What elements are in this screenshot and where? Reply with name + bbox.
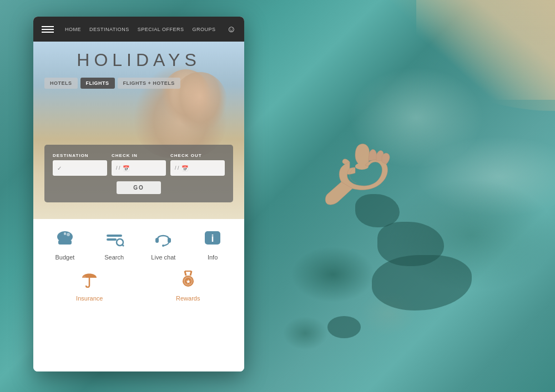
- svg-text:i: i: [211, 233, 214, 244]
- svg-point-10: [162, 245, 164, 247]
- nav-special-offers[interactable]: SPECIAL OFFERS: [138, 27, 184, 32]
- calendar-icon: 📅: [181, 165, 188, 171]
- budget-icon: [55, 230, 75, 251]
- umbrella-icon: [79, 269, 99, 292]
- nav-destinations[interactable]: DESTINATIONS: [89, 27, 129, 32]
- info-label: Info: [208, 254, 218, 261]
- feature-rewards[interactable]: ★ Rewards: [176, 269, 200, 302]
- svg-rect-3: [64, 232, 66, 235]
- hamburger-menu[interactable]: [42, 26, 54, 33]
- svg-rect-4: [107, 235, 122, 237]
- svg-rect-9: [168, 238, 171, 243]
- hero-person-2: [172, 72, 228, 133]
- features-row-1: Budget Search: [42, 230, 236, 261]
- feature-info[interactable]: i Info: [189, 230, 236, 261]
- tab-flights-hotels[interactable]: FLIGHTS + HOTELS: [118, 78, 180, 89]
- checkin-label: CHECK IN: [112, 153, 166, 158]
- svg-line-16: [185, 271, 186, 276]
- feature-livechat[interactable]: Live chat: [140, 230, 187, 261]
- hero-section: HOLIDAYS HOTELS FLIGHTS FLIGHTS + HOTELS…: [33, 42, 244, 219]
- tab-hotels[interactable]: HOTELS: [44, 78, 78, 89]
- svg-point-2: [67, 233, 70, 236]
- date-separator: / /: [175, 165, 179, 171]
- search-fields: DESTINATION ✓ CHECK IN / / 📅 CHECK OUT /: [53, 153, 225, 176]
- water-patch: [355, 194, 400, 227]
- search-icon: [104, 230, 124, 251]
- svg-line-17: [190, 271, 191, 276]
- medal-icon: ★: [178, 269, 198, 292]
- nav-links: HOME DESTINATIONS SPECIAL OFFERS GROUPS: [65, 27, 216, 32]
- checkmark-icon: ✓: [57, 165, 62, 171]
- svg-text:★: ★: [186, 279, 191, 284]
- sand-area: [416, 0, 555, 100]
- feature-search[interactable]: Search: [91, 230, 138, 261]
- search-tabs: HOTELS FLIGHTS FLIGHTS + HOTELS: [44, 78, 180, 89]
- svg-rect-8: [155, 238, 159, 243]
- phone-mockup: HOME DESTINATIONS SPECIAL OFFERS GROUPS …: [33, 17, 244, 371]
- nav-groups[interactable]: GROUPS: [193, 27, 216, 32]
- destination-field: DESTINATION ✓: [53, 153, 107, 176]
- destination-label: DESTINATION: [53, 153, 107, 158]
- destination-input[interactable]: ✓: [53, 160, 107, 176]
- checkout-field: CHECK OUT / / 📅: [170, 153, 225, 176]
- search-form: DESTINATION ✓ CHECK IN / / 📅 CHECK OUT /: [44, 145, 233, 202]
- page-title: HOLIDAYS: [33, 50, 244, 70]
- go-button[interactable]: GO: [117, 181, 161, 194]
- feature-insurance[interactable]: Insurance: [76, 269, 103, 302]
- calendar-icon: 📅: [123, 165, 129, 171]
- checkout-input[interactable]: / / 📅: [170, 160, 225, 176]
- checkout-label: CHECK OUT: [170, 153, 225, 158]
- profile-icon[interactable]: ☺: [227, 24, 236, 34]
- date-separator: / /: [116, 165, 120, 171]
- headset-icon: [153, 230, 173, 251]
- rewards-label: Rewards: [176, 295, 200, 302]
- svg-rect-1: [58, 240, 72, 245]
- info-icon: i: [203, 230, 223, 251]
- checkin-input[interactable]: / / 📅: [112, 160, 166, 176]
- tab-flights[interactable]: FLIGHTS: [80, 78, 115, 89]
- livechat-label: Live chat: [151, 254, 175, 261]
- svg-rect-5: [107, 238, 117, 241]
- water-patch: [372, 255, 472, 310]
- nav-bar: HOME DESTINATIONS SPECIAL OFFERS GROUPS …: [33, 17, 244, 42]
- feature-budget[interactable]: Budget: [42, 230, 88, 261]
- search-label: Search: [104, 254, 124, 261]
- svg-line-7: [122, 245, 124, 246]
- water-patch: [327, 316, 361, 338]
- features-section: Budget Search: [33, 219, 244, 371]
- features-row-2: Insurance ★ Rewards: [42, 269, 236, 302]
- insurance-label: Insurance: [76, 295, 103, 302]
- checkin-field: CHECK IN / / 📅: [112, 153, 166, 176]
- budget-label: Budget: [55, 254, 74, 261]
- nav-home[interactable]: HOME: [65, 27, 81, 32]
